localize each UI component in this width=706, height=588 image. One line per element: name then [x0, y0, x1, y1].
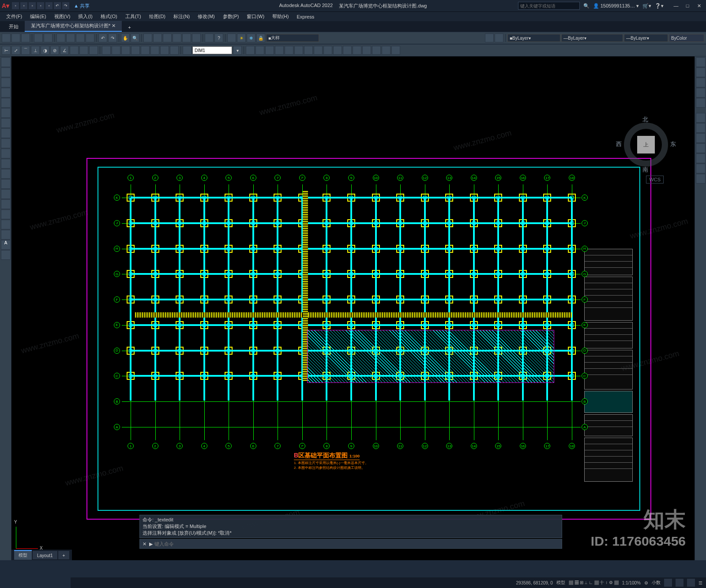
- user-menu[interactable]: 👤 15059991135… ▾: [593, 3, 639, 9]
- draw-spline-icon[interactable]: [1, 139, 11, 148]
- status-cust-icon[interactable]: [664, 579, 672, 587]
- tb-dc-icon[interactable]: [153, 34, 162, 42]
- draw-ellipsearc-icon[interactable]: [1, 159, 11, 169]
- tab-model[interactable]: 模型: [14, 550, 32, 560]
- qat-save-icon[interactable]: ▫: [29, 2, 36, 9]
- mod-break-icon[interactable]: [353, 46, 361, 55]
- status-annoscale[interactable]: 1:1/100%: [622, 581, 641, 585]
- menu-format[interactable]: 格式(O): [97, 12, 121, 21]
- layer-combo[interactable]: ■ ByLayer ▾: [507, 34, 560, 42]
- dim-radius-icon[interactable]: ◑: [41, 46, 49, 55]
- mod-join-icon[interactable]: [362, 46, 371, 55]
- status-decimal[interactable]: 小数: [652, 580, 661, 586]
- tb-layermgr-icon[interactable]: [227, 34, 236, 42]
- nav-showmotion-icon[interactable]: [696, 98, 706, 108]
- tb-qc-icon[interactable]: [192, 34, 201, 42]
- status-clean-icon[interactable]: [687, 579, 695, 587]
- dim-diam-icon[interactable]: ⊘: [50, 46, 59, 55]
- mod-array2-icon[interactable]: [696, 154, 706, 163]
- tb-new-icon[interactable]: [2, 34, 11, 42]
- tb-zoom-icon[interactable]: 🔍: [131, 34, 139, 42]
- mod-offset2-icon[interactable]: [696, 143, 706, 153]
- tb-help-icon[interactable]: ?: [214, 34, 223, 42]
- draw-hatch-icon[interactable]: [1, 199, 11, 209]
- nav-orbit-icon[interactable]: [696, 88, 706, 97]
- draw-polygon-icon[interactable]: [1, 88, 11, 97]
- draw-circle-icon[interactable]: [1, 118, 11, 128]
- draw-insert-icon[interactable]: [1, 169, 11, 179]
- mod-stretch-icon[interactable]: [323, 46, 332, 55]
- mod-erase-icon[interactable]: [246, 46, 255, 55]
- tb-undo-icon[interactable]: ↶: [98, 34, 107, 42]
- mod-rotate-icon[interactable]: [304, 46, 313, 55]
- dim-angular-icon[interactable]: ∠: [60, 46, 69, 55]
- tb-match-icon[interactable]: [86, 34, 94, 42]
- mod-erase2-icon[interactable]: [696, 113, 706, 123]
- menu-modify[interactable]: 修改(M): [194, 12, 218, 21]
- tb-open-icon[interactable]: [11, 34, 20, 42]
- search-icon[interactable]: 🔍: [583, 3, 590, 9]
- mod-chamfer-icon[interactable]: [372, 46, 381, 55]
- draw-ellipse-icon[interactable]: [1, 149, 11, 158]
- mod-copy2-icon[interactable]: [696, 123, 706, 133]
- dim-center-icon[interactable]: [131, 46, 140, 55]
- tb-markup-icon[interactable]: [182, 34, 191, 42]
- draw-gradient-icon[interactable]: [1, 210, 11, 219]
- mod-move-icon[interactable]: [294, 46, 303, 55]
- tb-print-icon[interactable]: [34, 34, 43, 42]
- mod-scale-icon[interactable]: [314, 46, 323, 55]
- menu-file[interactable]: 文件(F): [3, 12, 26, 21]
- draw-cline-icon[interactable]: [1, 67, 11, 77]
- drawing-canvas[interactable]: www.znzmo.com www.znzmo.com www.znzmo.co…: [11, 56, 695, 560]
- tab-start[interactable]: 开始: [3, 22, 25, 32]
- qat-new-icon[interactable]: ▫: [12, 2, 19, 9]
- tb-props-icon[interactable]: [143, 34, 152, 42]
- tab-close-icon[interactable]: ✕: [112, 23, 116, 28]
- tb-block-icon[interactable]: [205, 34, 214, 42]
- tb-paste-icon[interactable]: [76, 34, 85, 42]
- command-close-icon[interactable]: ✕: [143, 541, 146, 547]
- cart-icon[interactable]: 🛒▾: [642, 3, 651, 9]
- help-icon[interactable]: ❔▾: [655, 3, 664, 9]
- draw-rect-icon[interactable]: [1, 98, 11, 108]
- qat-saveas-icon[interactable]: ▫: [37, 2, 44, 9]
- status-iso-icon[interactable]: [676, 579, 683, 587]
- tb-cut-icon[interactable]: [56, 34, 65, 42]
- mod-fillet-icon[interactable]: [382, 46, 391, 55]
- wcs-label[interactable]: WCS: [646, 176, 664, 184]
- menu-tools[interactable]: 工具(T): [122, 12, 145, 21]
- dim-space-icon[interactable]: [102, 46, 111, 55]
- draw-addsel-icon[interactable]: [1, 250, 11, 260]
- dim-update-icon[interactable]: [183, 46, 192, 55]
- mod-trim-icon[interactable]: [333, 46, 342, 55]
- close-button[interactable]: ✕: [694, 2, 704, 10]
- tb-copy-icon[interactable]: [66, 34, 75, 42]
- dim-arc-icon[interactable]: ⌒: [21, 46, 30, 55]
- draw-point-icon[interactable]: [1, 189, 11, 199]
- draw-region-icon[interactable]: [1, 220, 11, 229]
- maximize-button[interactable]: □: [682, 2, 693, 10]
- dim-inspect-icon[interactable]: [141, 46, 150, 55]
- tb-preview-icon[interactable]: [44, 34, 53, 42]
- menu-window[interactable]: 窗口(W): [243, 12, 268, 21]
- dim-break-icon[interactable]: [112, 46, 120, 55]
- status-toggles[interactable]: ▦ ☰ ⊞ ⟂ ∟ ▦ 十 ↕ ⚙ ▦: [569, 580, 619, 586]
- tb-ssm-icon[interactable]: [173, 34, 181, 42]
- draw-arc-icon[interactable]: [1, 108, 11, 118]
- mod-extend-icon[interactable]: [343, 46, 352, 55]
- qat-plot-icon[interactable]: ▫: [45, 2, 53, 9]
- viewcube[interactable]: 上 北 南 东 西: [620, 118, 672, 171]
- mod-mirror2-icon[interactable]: [696, 133, 706, 143]
- dim-aligned-icon[interactable]: ⤢: [11, 46, 20, 55]
- mod-array-icon[interactable]: [285, 46, 293, 55]
- status-space-button[interactable]: 模型: [556, 580, 565, 586]
- menu-help[interactable]: 帮助(H): [269, 12, 292, 21]
- qat-redo-icon[interactable]: ↷: [62, 2, 69, 9]
- tb-layprev-icon[interactable]: [495, 34, 503, 42]
- mod-mirror-icon[interactable]: [265, 46, 274, 55]
- dim-continue-icon[interactable]: [89, 46, 98, 55]
- draw-table-icon[interactable]: [1, 230, 11, 240]
- menu-parametric[interactable]: 参数(P): [219, 12, 243, 21]
- menu-express[interactable]: Express: [293, 13, 318, 20]
- draw-pline-icon[interactable]: [1, 78, 11, 87]
